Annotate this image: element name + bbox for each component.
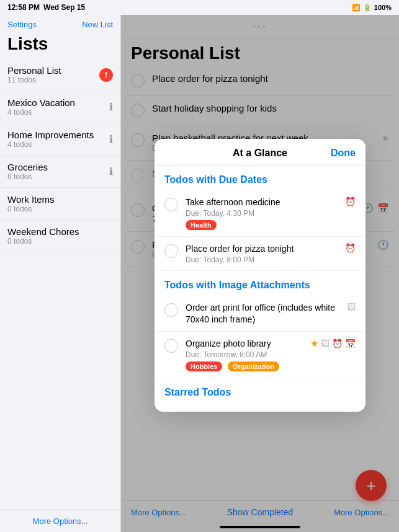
modal-todo-title: Order art print for office (includes whi… [186, 302, 347, 324]
sidebar: Settings New List Lists Personal List 11… [0, 15, 121, 532]
sidebar-item-name: Work Items [7, 194, 113, 205]
modal-todo-icons: 🖼 [347, 302, 356, 312]
modal-todo-item[interactable]: Place order for pizza tonight Due: Today… [155, 237, 365, 271]
clock-icon: ⏰ [332, 339, 343, 348]
tag-organization: Organization [228, 361, 279, 371]
modal-section-images: Todos with Image Attachments [155, 271, 365, 296]
modal-todo-title: Organize photo library [186, 338, 310, 349]
sidebar-item-text: Mexico Vacation 4 todos [7, 97, 109, 117]
modal-todo-icons: ★ 🖼 ⏰ 📅 [310, 338, 356, 349]
modal-section-starred: Starred Todos [155, 378, 365, 403]
sidebar-item-count: 0 todos [7, 205, 113, 213]
modal-todo-icons: ⏰ [345, 243, 356, 253]
settings-button[interactable]: Settings [7, 20, 37, 29]
sidebar-item-name: Personal List [7, 65, 99, 76]
modal-todo-title: Place order for pizza tonight [186, 243, 345, 254]
clock-icon: ⏰ [345, 243, 356, 253]
sidebar-item-mexico[interactable]: Mexico Vacation 4 todos ℹ [0, 91, 120, 123]
sidebar-badge-red: ! [99, 68, 113, 82]
battery-icon: 🔋 [363, 4, 372, 12]
sidebar-item-personal-list[interactable]: Personal List 11 todos ! [0, 59, 120, 91]
modal-title: At a Glance [189, 148, 331, 159]
status-bar: 12:58 PM Wed Sep 15 📶 🔋 100% [0, 0, 399, 15]
clock-orange-icon: ⏰ [345, 197, 356, 206]
status-time-date: 12:58 PM Wed Sep 15 [7, 3, 85, 12]
modal-todo-icons: ⏰ [345, 197, 356, 206]
app-container: Settings New List Lists Personal List 11… [0, 15, 399, 532]
sidebar-item-text: Home Improvements 4 todos [7, 130, 109, 149]
modal-todo-item[interactable]: Take afternoon medicine Due: Today, 4:30… [155, 190, 365, 237]
tag-hobbies: Hobbies [186, 361, 222, 371]
status-time: 12:58 PM [7, 3, 40, 12]
modal-todo-text: Order art print for office (includes whi… [186, 302, 347, 324]
at-a-glance-modal: At a Glance Done Todos with Due Dates Ta… [155, 139, 365, 412]
sidebar-item-name: Weekend Chores [7, 226, 113, 237]
sidebar-item-text: Weekend Chores 0 todos [7, 226, 113, 246]
sidebar-badge-info: ℹ [109, 101, 113, 113]
image-icon: 🖼 [321, 339, 330, 348]
sidebar-item-count: 0 todos [7, 237, 113, 246]
sidebar-item-name: Home Improvements [7, 130, 109, 140]
tag-health: Health [186, 220, 217, 230]
modal-done-button[interactable]: Done [331, 148, 356, 159]
sidebar-item-name: Mexico Vacation [7, 97, 109, 108]
sidebar-item-count: 11 todos [7, 76, 99, 84]
sidebar-more-options[interactable]: More Options... [0, 510, 120, 532]
modal-todo-title: Take afternoon medicine [186, 197, 345, 208]
sidebar-list: Personal List 11 todos ! Mexico Vacation… [0, 59, 120, 510]
modal-todo-item[interactable]: Organize photo library Due: Tomorrow, 8:… [155, 332, 365, 378]
calendar-icon: 📅 [345, 339, 356, 348]
image-icon: 🖼 [347, 302, 356, 312]
sidebar-badge-info: ℹ [109, 166, 113, 177]
modal-todo-due: Due: Today, 4:30 PM [186, 209, 345, 218]
sidebar-item-groceries[interactable]: Groceries 6 todos ℹ [0, 156, 120, 188]
modal-todo-checkbox[interactable] [164, 244, 178, 258]
sidebar-item-work[interactable]: Work Items 0 todos [0, 188, 120, 220]
sidebar-badge-info: ℹ [109, 133, 113, 145]
sidebar-item-name: Groceries [7, 162, 109, 172]
sidebar-item-home[interactable]: Home Improvements 4 todos ℹ [0, 123, 120, 156]
modal-todo-due: Due: Tomorrow, 8:00 AM [186, 350, 310, 359]
status-icons: 📶 🔋 100% [352, 4, 392, 12]
sidebar-item-weekend[interactable]: Weekend Chores 0 todos [0, 220, 120, 252]
modal-todo-checkbox[interactable] [164, 303, 178, 317]
main-content: ··· Personal List Place order for pizza … [121, 15, 399, 532]
modal-todo-due: Due: Today, 8:00 PM [186, 255, 345, 264]
modal-todo-text: Organize photo library Due: Tomorrow, 8:… [186, 338, 310, 371]
modal-todo-text: Take afternoon medicine Due: Today, 4:30… [186, 197, 345, 230]
sidebar-item-count: 6 todos [7, 172, 109, 181]
sidebar-item-count: 4 todos [7, 108, 109, 117]
status-date: Wed Sep 15 [43, 3, 85, 12]
modal-todo-item[interactable]: Order art print for office (includes whi… [155, 296, 365, 331]
sidebar-item-text: Personal List 11 todos [7, 65, 99, 84]
sidebar-item-text: Groceries 6 todos [7, 162, 109, 181]
modal-todo-tags: Health [186, 218, 345, 230]
modal-todo-checkbox[interactable] [164, 339, 178, 353]
battery-pct: 100% [374, 4, 392, 11]
sidebar-item-text: Work Items 0 todos [7, 194, 113, 213]
new-list-button[interactable]: New List [82, 20, 113, 29]
modal-todo-text: Place order for pizza tonight Due: Today… [186, 243, 345, 264]
modal-section-due-dates: Todos with Due Dates [155, 166, 365, 190]
sidebar-header: Settings New List [0, 15, 120, 32]
sidebar-item-count: 4 todos [7, 140, 109, 149]
modal-todo-tags: Hobbies Organization [186, 359, 310, 371]
wifi-icon: 📶 [352, 4, 361, 12]
star-orange-icon: ★ [310, 338, 318, 349]
modal-overlay[interactable]: At a Glance Done Todos with Due Dates Ta… [121, 15, 399, 532]
sidebar-title: Lists [0, 32, 120, 59]
modal-header: At a Glance Done [155, 139, 365, 166]
modal-todo-checkbox[interactable] [164, 198, 178, 211]
